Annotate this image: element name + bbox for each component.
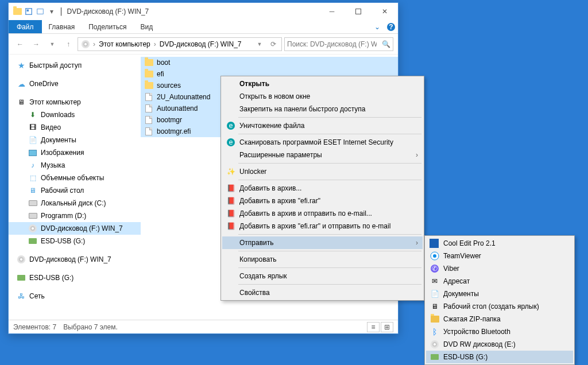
chevron-right-icon[interactable]: › (153, 40, 157, 48)
file-name: Autounattend (157, 104, 198, 112)
maximize-button[interactable] (345, 3, 372, 20)
chevron-right-icon[interactable]: › (92, 40, 96, 48)
details-view-button[interactable]: ≡ (367, 322, 380, 332)
cm-destroy-file[interactable]: eУничтожение файла (222, 119, 423, 132)
desktop-icon: 🖥 (430, 301, 440, 312)
back-button[interactable]: ← (13, 37, 27, 51)
cm-properties[interactable]: Свойства (222, 286, 423, 299)
close-button[interactable]: ✕ (372, 3, 398, 20)
usb-icon (17, 273, 26, 282)
sidebar-esd-2[interactable]: ESD-USB (G:) (9, 271, 141, 284)
cm-rar-add-named[interactable]: 📕Добавить в архив "efi.rar" (222, 195, 423, 207)
drive-icon (28, 211, 37, 220)
folder-icon (144, 81, 153, 90)
file-name: bootmgr.efi (157, 127, 191, 135)
sidebar-music[interactable]: ♪Музыка (9, 159, 141, 172)
sendto-desktop[interactable]: 🖥Рабочий стол (создать ярлык) (426, 300, 573, 313)
cm-open[interactable]: Открыть (222, 77, 423, 90)
file-row[interactable]: boot (141, 57, 398, 68)
status-count: Элементов: 7 (13, 323, 56, 331)
sidebar-pictures[interactable]: Изображения (9, 146, 141, 159)
cm-advanced[interactable]: Расширенные параметры› (222, 149, 423, 161)
sidebar-disk-d[interactable]: Programm (D:) (9, 209, 141, 222)
up-button[interactable]: ↑ (61, 37, 75, 51)
cm-copy[interactable]: Копировать (222, 253, 423, 266)
cm-pin-quick[interactable]: Закрепить на панели быстрого доступа (222, 103, 423, 115)
sidebar-quick-access[interactable]: ★Быстрый доступ (9, 59, 141, 72)
refresh-icon[interactable]: ⟳ (266, 37, 280, 51)
star-icon: ★ (17, 61, 26, 70)
ribbon-expand-icon[interactable]: ⌄ (370, 20, 384, 33)
wand-icon: ✨ (226, 166, 236, 177)
separator (238, 284, 421, 285)
sendto-esd-usb[interactable]: ESD-USB (G:) (426, 351, 573, 363)
sendto-zip[interactable]: Сжатая ZIP-папка (426, 313, 573, 325)
cm-rar-add[interactable]: 📕Добавить в архив... (222, 182, 423, 195)
cm-open-new-window[interactable]: Открыть в новом окне (222, 90, 423, 103)
crumb-thispc[interactable]: Этот компьютер (96, 40, 153, 48)
sidebar-network[interactable]: 🖧Сеть (9, 290, 141, 302)
sidebar-disk-c[interactable]: Локальный диск (C:) (9, 197, 141, 209)
sendto-recipient[interactable]: ✉Адресат (426, 275, 573, 288)
usb-icon (28, 236, 37, 246)
sendto-documents[interactable]: 📄Документы (426, 288, 573, 300)
sidebar-documents[interactable]: 📄Документы (9, 134, 141, 146)
tab-home[interactable]: Главная (42, 20, 82, 33)
sidebar-esd[interactable]: ESD-USB (G:) (9, 235, 141, 247)
sendto-cooledit[interactable]: Cool Edit Pro 2.1 (426, 237, 573, 250)
crumb-location[interactable]: DVD-дисковод (F:) WIN_7 (157, 40, 244, 48)
sidebar-dvd-2[interactable]: DVD-дисковод (F:) WIN_7 (9, 253, 141, 266)
file-tab[interactable]: Файл (9, 20, 42, 33)
search-icon[interactable]: 🔍 (379, 37, 393, 51)
sidebar-videos[interactable]: 🎞Видео (9, 121, 141, 134)
cm-unlocker[interactable]: ✨Unlocker (222, 165, 423, 178)
help-icon[interactable]: ? (384, 20, 398, 33)
chevron-right-icon: › (416, 151, 418, 159)
chevron-right-icon: › (416, 239, 418, 247)
history-chevron-icon[interactable]: ▼ (45, 37, 59, 51)
file-icon (144, 92, 153, 102)
separator (238, 234, 421, 235)
separator (238, 163, 421, 164)
sidebar-thispc[interactable]: 🖥Этот компьютер (9, 96, 141, 108)
cm-shortcut[interactable]: Создать ярлык (222, 270, 423, 282)
sendto-dvdrw[interactable]: DVD RW дисковод (E:) (426, 338, 573, 351)
tab-share[interactable]: Поделиться (82, 20, 133, 33)
video-icon: 🎞 (28, 123, 37, 132)
cm-rar-email[interactable]: 📕Добавить в архив и отправить по e-mail.… (222, 207, 423, 220)
icons-view-button[interactable]: ⊞ (381, 322, 393, 332)
cm-eset-scan[interactable]: eСканировать программой ESET Internet Se… (222, 136, 423, 149)
sendto-bluetooth[interactable]: ᛒУстройство Bluetooth (426, 325, 573, 338)
disc-icon (17, 255, 26, 264)
address-bar[interactable]: › Этот компьютер › DVD-дисковод (F:) WIN… (78, 37, 282, 51)
rar-icon: 📕 (226, 208, 236, 219)
props-ql-icon[interactable] (24, 6, 34, 17)
sidebar-desktop[interactable]: 🖥Рабочий стол (9, 184, 141, 197)
cm-rar-email-named[interactable]: 📕Добавить в архив "efi.rar" и отправить … (222, 220, 423, 232)
file-icon (144, 127, 153, 136)
eset-icon: e (226, 137, 236, 147)
tab-view[interactable]: Вид (133, 20, 160, 33)
search-input[interactable] (285, 40, 379, 48)
svg-rect-1 (27, 10, 29, 12)
rar-icon: 📕 (226, 183, 236, 193)
sidebar-3d[interactable]: ⬚Объемные объекты (9, 172, 141, 184)
rar-icon: 📕 (226, 221, 236, 231)
address-drop-icon[interactable]: ▼ (253, 37, 266, 51)
folder-icon (144, 58, 153, 67)
cm-send-to[interactable]: Отправить› (222, 236, 423, 249)
minimize-button[interactable]: ─ (319, 3, 345, 20)
svg-text:e: e (229, 122, 233, 130)
sendto-viber[interactable]: ✆Viber (426, 262, 573, 275)
svg-rect-2 (37, 9, 44, 14)
sendto-teamviewer[interactable]: TeamViewer (426, 250, 573, 262)
sidebar-dvd[interactable]: DVD-дисковод (F:) WIN_7 (9, 222, 141, 235)
forward-button[interactable]: → (29, 37, 43, 51)
disc-icon (79, 40, 92, 48)
new-folder-ql-icon[interactable] (35, 6, 45, 17)
sidebar-onedrive[interactable]: ☁OneDrive (9, 77, 141, 90)
chevron-down-icon[interactable]: ▾ (47, 6, 57, 17)
teamviewer-icon (430, 251, 440, 261)
sidebar-downloads[interactable]: ⬇Downloads (9, 108, 141, 121)
search-box[interactable]: 🔍 (284, 37, 393, 51)
